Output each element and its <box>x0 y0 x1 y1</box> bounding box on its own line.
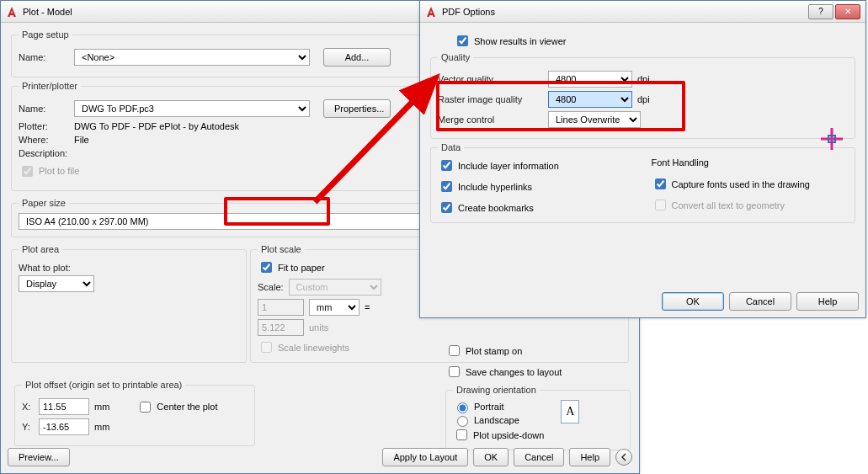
vector-quality-label: Vector quality <box>438 74 543 84</box>
pdf-options-dialog: PDF Options ? ✕ Show results in viewer Q… <box>419 0 866 318</box>
dpi-label-2: dpi <box>637 94 650 104</box>
quality-legend: Quality <box>438 52 473 62</box>
raster-quality-label: Raster image quality <box>438 94 543 104</box>
description-label: Description: <box>19 148 69 158</box>
plot-offset-group: Plot offset (origin set to printable are… <box>14 380 255 446</box>
where-label: Where: <box>19 135 69 145</box>
plot-to-file-check: Plot to file <box>19 163 79 179</box>
merge-control-label: Merge control <box>438 115 543 125</box>
page-setup-name-select[interactable]: <None> <box>74 49 310 66</box>
orientation-legend: Drawing orientation <box>453 385 540 395</box>
pdf-titlebar[interactable]: PDF Options ? ✕ <box>420 1 865 23</box>
scale-denominator <box>258 319 304 336</box>
dpi-label-1: dpi <box>637 74 650 84</box>
font-handling-heading: Font Handling <box>652 157 849 168</box>
pdf-cancel-button[interactable]: Cancel <box>729 292 791 311</box>
landscape-radio[interactable] <box>457 416 468 427</box>
orientation-preview-icon: A <box>561 400 579 423</box>
scale-lineweights-check <box>261 342 272 353</box>
printer-name-select[interactable]: DWG To PDF.pc3 <box>74 100 310 117</box>
scale-select: Custom <box>289 279 381 296</box>
printer-name-label: Name: <box>19 104 69 114</box>
offset-x-mm: mm <box>94 402 109 412</box>
pdf-ok-button[interactable]: OK <box>662 292 724 311</box>
plotter-label: Plotter: <box>19 121 69 131</box>
upside-down-check[interactable] <box>456 429 467 440</box>
preview-button[interactable]: Preview... <box>8 448 70 466</box>
convert-text-check <box>655 200 666 210</box>
expand-dialog-icon[interactable] <box>615 449 632 466</box>
plot-area-legend: Plot area <box>19 244 62 254</box>
pdf-title: PDF Options <box>442 7 495 17</box>
plot-scale-legend: Plot scale <box>258 244 305 254</box>
offset-y-label: Y: <box>22 422 34 432</box>
plot-area-group: Plot area What to plot: Display <box>11 244 247 363</box>
autocad-icon <box>6 6 18 18</box>
data-legend: Data <box>438 142 464 152</box>
add-page-setup-button[interactable]: Add... <box>323 48 391 67</box>
pdf-help-button[interactable]: Help <box>796 292 859 311</box>
capture-fonts-check[interactable] <box>655 178 666 189</box>
printer-legend: Printer/plotter <box>19 81 81 91</box>
plot-offset-legend: Plot offset (origin set to printable are… <box>22 380 185 390</box>
pdf-footer: OK Cancel Help <box>420 285 865 317</box>
apply-layout-button[interactable]: Apply to Layout <box>382 448 468 466</box>
merge-control-select[interactable]: Lines Overwrite <box>548 111 641 128</box>
create-bookmarks-check[interactable] <box>441 202 452 213</box>
paper-size-legend: Paper size <box>19 198 69 208</box>
plot-cancel-button[interactable]: Cancel <box>514 448 564 466</box>
center-plot-check[interactable] <box>140 402 151 413</box>
target-cursor-icon <box>821 128 843 152</box>
scale-label: Scale: <box>258 282 284 292</box>
what-to-plot-label: What to plot: <box>19 263 71 273</box>
include-hyperlinks-check[interactable] <box>441 181 452 192</box>
offset-y-input[interactable] <box>39 418 89 435</box>
raster-quality-select[interactable]: 4800 <box>548 91 632 108</box>
fit-to-paper-check[interactable] <box>261 262 272 273</box>
include-layer-check[interactable] <box>441 160 452 171</box>
page-setup-legend: Page setup <box>19 29 72 40</box>
plot-help-button[interactable]: Help <box>569 448 610 466</box>
plot-ok-button[interactable]: OK <box>473 448 509 466</box>
plot-footer: Preview... Apply to Layout OK Cancel Hel… <box>1 441 639 473</box>
where-value: File <box>74 135 89 145</box>
help-window-icon[interactable]: ? <box>808 4 833 19</box>
pagesetup-name-label: Name: <box>19 52 69 62</box>
quality-group: Quality Vector quality 4800 dpi Raster i… <box>430 52 855 139</box>
save-layout-check[interactable] <box>449 366 460 377</box>
what-to-plot-select[interactable]: Display <box>19 275 94 292</box>
plotter-value: DWG To PDF - PDF ePlot - by Autodesk <box>74 121 239 131</box>
offset-x-label: X: <box>22 402 34 412</box>
offset-y-mm: mm <box>94 422 109 432</box>
vector-quality-select[interactable]: 4800 <box>548 71 632 88</box>
show-results-check[interactable] <box>457 35 468 46</box>
scale-unit-select[interactable]: mm <box>309 299 359 316</box>
data-group: Data Include layer information Include h… <box>430 142 855 223</box>
plot-title: Plot - Model <box>23 7 72 17</box>
scale-numerator <box>258 299 304 316</box>
portrait-radio[interactable] <box>457 402 468 413</box>
offset-x-input[interactable] <box>39 398 89 415</box>
printer-properties-button[interactable]: Properties... <box>323 99 391 118</box>
plot-stamp-check[interactable] <box>449 345 460 356</box>
units-label: units <box>309 322 328 333</box>
close-window-icon[interactable]: ✕ <box>835 4 860 19</box>
autocad-icon <box>425 6 437 18</box>
